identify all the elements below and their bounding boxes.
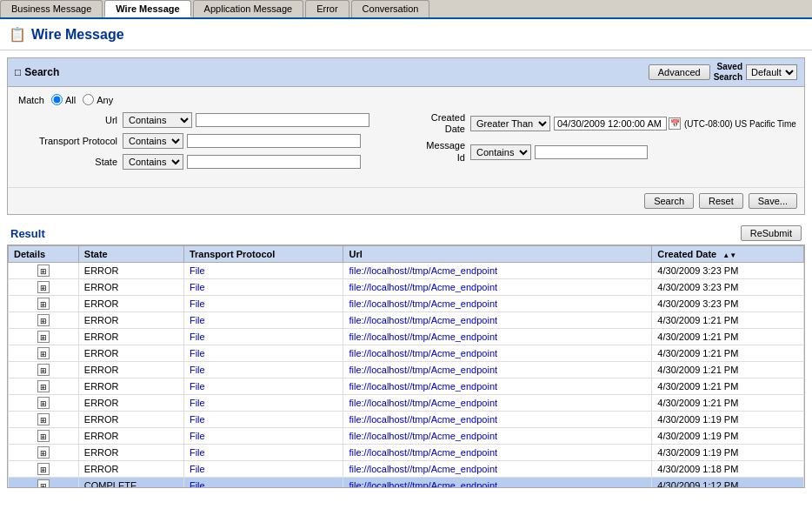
resubmit-button[interactable]: ReSubmit bbox=[741, 225, 802, 241]
details-icon[interactable]: ⊞ bbox=[37, 479, 50, 488]
url-cell: file://localhost//tmp/Acme_endpoint bbox=[343, 362, 652, 378]
table-row[interactable]: ⊞ ERROR File file://localhost//tmp/Acme_… bbox=[9, 279, 804, 296]
details-cell: ⊞ bbox=[9, 412, 79, 428]
transport-cell: File bbox=[183, 461, 343, 478]
details-cell: ⊞ bbox=[9, 395, 79, 412]
table-row[interactable]: ⊞ ERROR File file://localhost//tmp/Acme_… bbox=[9, 445, 804, 461]
transport-cell: File bbox=[183, 362, 343, 378]
result-section: Result ReSubmit bbox=[7, 222, 805, 244]
state-operator-select[interactable]: Contains Equals bbox=[123, 154, 183, 170]
created-date-cell: 4/30/2009 3:23 PM bbox=[652, 296, 804, 312]
created-date-row: Created Date Contains Equals Greater Tha… bbox=[396, 112, 796, 135]
tab-error[interactable]: Error bbox=[305, 0, 349, 17]
table-row[interactable]: ⊞ ERROR File file://localhost//tmp/Acme_… bbox=[9, 378, 804, 395]
state-row: State Contains Equals bbox=[22, 154, 369, 170]
state-cell: ERROR bbox=[78, 312, 183, 329]
match-any-radio[interactable] bbox=[83, 94, 94, 105]
state-cell: COMPLETE bbox=[78, 478, 183, 489]
url-operator-select[interactable]: Contains Equals Starts With Ends With bbox=[123, 112, 192, 128]
details-icon[interactable]: ⊞ bbox=[37, 413, 50, 425]
state-cell: ERROR bbox=[78, 345, 183, 362]
url-cell: file://localhost//tmp/Acme_endpoint bbox=[343, 445, 652, 461]
transport-input[interactable] bbox=[187, 134, 361, 148]
table-row[interactable]: ⊞ ERROR File file://localhost//tmp/Acme_… bbox=[9, 263, 804, 279]
state-cell: ERROR bbox=[78, 428, 183, 445]
details-icon[interactable]: ⊞ bbox=[37, 265, 50, 277]
col-state[interactable]: State bbox=[78, 246, 183, 263]
details-cell: ⊞ bbox=[9, 296, 79, 312]
message-id-input[interactable] bbox=[535, 145, 648, 159]
tab-wire-message[interactable]: Wire Message bbox=[104, 0, 190, 17]
details-icon[interactable]: ⊞ bbox=[37, 298, 50, 310]
sort-icons: ▲▼ bbox=[722, 251, 736, 259]
match-all-label[interactable]: All bbox=[51, 94, 76, 105]
url-cell: file://localhost//tmp/Acme_endpoint bbox=[343, 412, 652, 428]
search-button[interactable]: Search bbox=[644, 193, 694, 209]
table-row[interactable]: ⊞ ERROR File file://localhost//tmp/Acme_… bbox=[9, 362, 804, 378]
details-icon[interactable]: ⊞ bbox=[37, 430, 50, 442]
details-icon[interactable]: ⊞ bbox=[37, 380, 50, 392]
url-cell: file://localhost//tmp/Acme_endpoint bbox=[343, 279, 652, 296]
tab-conversation[interactable]: Conversation bbox=[351, 0, 430, 17]
created-date-cell: 4/30/2009 1:21 PM bbox=[652, 378, 804, 395]
created-date-input[interactable] bbox=[554, 117, 667, 131]
page-header: 📋 Wire Message bbox=[0, 19, 812, 50]
details-icon[interactable]: ⊞ bbox=[37, 314, 50, 326]
created-date-cell: 4/30/2009 1:12 PM bbox=[652, 478, 804, 489]
search-right-col: Created Date Contains Equals Greater Tha… bbox=[396, 112, 796, 175]
advanced-button[interactable]: Advanced bbox=[649, 64, 710, 80]
col-url[interactable]: Url bbox=[343, 246, 652, 263]
created-date-cell: 4/30/2009 3:23 PM bbox=[652, 279, 804, 296]
table-row[interactable]: ⊞ ERROR File file://localhost//tmp/Acme_… bbox=[9, 345, 804, 362]
state-input[interactable] bbox=[187, 155, 361, 169]
saved-search-dropdown[interactable]: Default bbox=[746, 64, 797, 80]
created-date-cell: 4/30/2009 1:19 PM bbox=[652, 412, 804, 428]
table-row[interactable]: ⊞ ERROR File file://localhost//tmp/Acme_… bbox=[9, 412, 804, 428]
message-id-operator-select[interactable]: Contains Equals bbox=[470, 144, 531, 160]
url-input[interactable] bbox=[196, 113, 369, 127]
details-cell: ⊞ bbox=[9, 362, 79, 378]
details-icon[interactable]: ⊞ bbox=[37, 331, 50, 343]
created-date-operator-select[interactable]: Contains Equals Greater Than Greater Tha… bbox=[470, 116, 550, 131]
col-created-date[interactable]: Created Date ▲▼ bbox=[652, 246, 804, 263]
tab-application-message[interactable]: Application Message bbox=[193, 0, 304, 17]
table-row[interactable]: ⊞ COMPLETE File file://localhost//tmp/Ac… bbox=[9, 478, 804, 489]
table-row[interactable]: ⊞ ERROR File file://localhost//tmp/Acme_… bbox=[9, 312, 804, 329]
match-any-label[interactable]: Any bbox=[83, 94, 113, 105]
reset-button[interactable]: Reset bbox=[699, 193, 743, 209]
table-row[interactable]: ⊞ ERROR File file://localhost//tmp/Acme_… bbox=[9, 296, 804, 312]
details-cell: ⊞ bbox=[9, 378, 79, 395]
details-icon[interactable]: ⊞ bbox=[37, 281, 50, 293]
search-toggle[interactable]: □ bbox=[15, 66, 21, 78]
page-title: Wire Message bbox=[31, 27, 124, 43]
created-date-cell: 4/30/2009 1:21 PM bbox=[652, 329, 804, 345]
search-body: Match All Any Url Contains Equals Starts… bbox=[8, 87, 804, 182]
url-row: Url Contains Equals Starts With Ends Wit… bbox=[22, 112, 369, 128]
transport-operator-select[interactable]: Contains Equals bbox=[123, 133, 183, 149]
table-row[interactable]: ⊞ ERROR File file://localhost//tmp/Acme_… bbox=[9, 461, 804, 478]
details-icon[interactable]: ⊞ bbox=[37, 446, 50, 459]
details-icon[interactable]: ⊞ bbox=[37, 397, 50, 409]
match-all-radio[interactable] bbox=[51, 94, 63, 105]
url-cell: file://localhost//tmp/Acme_endpoint bbox=[343, 329, 652, 345]
details-cell: ⊞ bbox=[9, 263, 79, 279]
calendar-icon[interactable]: 📅 bbox=[669, 117, 681, 130]
search-left-col: Url Contains Equals Starts With Ends Wit… bbox=[22, 112, 369, 175]
table-row[interactable]: ⊞ ERROR File file://localhost//tmp/Acme_… bbox=[9, 329, 804, 345]
message-id-label: Message Id bbox=[396, 140, 465, 163]
details-icon[interactable]: ⊞ bbox=[37, 347, 50, 359]
details-icon[interactable]: ⊞ bbox=[37, 364, 50, 376]
result-table-container: Details State Transport Protocol Url Cre… bbox=[7, 244, 805, 488]
tab-business-message[interactable]: Business Message bbox=[0, 0, 103, 17]
url-cell: file://localhost//tmp/Acme_endpoint bbox=[343, 345, 652, 362]
col-transport[interactable]: Transport Protocol bbox=[183, 246, 343, 263]
transport-cell: File bbox=[183, 312, 343, 329]
details-cell: ⊞ bbox=[9, 329, 79, 345]
table-row[interactable]: ⊞ ERROR File file://localhost//tmp/Acme_… bbox=[9, 395, 804, 412]
created-date-cell: 4/30/2009 3:23 PM bbox=[652, 263, 804, 279]
table-row[interactable]: ⊞ ERROR File file://localhost//tmp/Acme_… bbox=[9, 428, 804, 445]
result-table: Details State Transport Protocol Url Cre… bbox=[8, 245, 804, 488]
url-cell: file://localhost//tmp/Acme_endpoint bbox=[343, 296, 652, 312]
save-button[interactable]: Save... bbox=[749, 193, 797, 209]
details-icon[interactable]: ⊞ bbox=[37, 463, 50, 475]
